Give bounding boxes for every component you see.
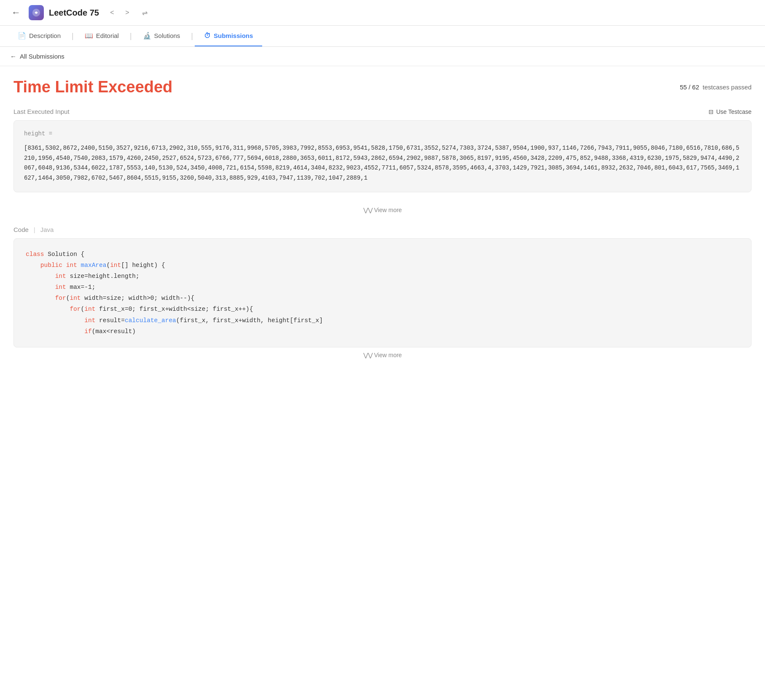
tab-sep-1: | [70, 32, 75, 40]
code-section-label: Code [13, 226, 29, 233]
code-line-1: class Solution { [26, 249, 739, 260]
input-view-more-button[interactable]: ⋁⋁ View more [13, 202, 752, 218]
app-icon [29, 5, 44, 20]
last-executed-label: Last Executed Input [13, 108, 70, 115]
code-line-8: if(max<result) [26, 326, 739, 337]
testcases-label: testcases passed [703, 83, 752, 91]
tab-editorial[interactable]: 📖 Editorial [75, 26, 128, 46]
shuffle-button[interactable]: ⇌ [139, 6, 151, 19]
tab-solutions-label: Solutions [154, 32, 180, 39]
code-display: class Solution { public int maxArea(int[… [13, 238, 752, 347]
editorial-icon: 📖 [85, 32, 93, 40]
tab-submissions[interactable]: ⏱ Submissions [195, 26, 262, 46]
input-data-content: [8361,5302,8672,2400,5150,3527,9216,6713… [24, 143, 741, 183]
use-testcase-button[interactable]: ⊟ Use Testcase [709, 108, 752, 115]
code-lang-separator: | [34, 226, 35, 233]
code-line-3: int size=height.length; [26, 271, 739, 282]
breadcrumb-label: All Submissions [20, 53, 64, 60]
prev-button[interactable]: < [106, 6, 118, 19]
input-code-box: height = [8361,5302,8672,2400,5150,3527,… [13, 120, 752, 192]
testcase-info: 55 / 62 testcases passed [680, 83, 752, 91]
code-language-label: Java [40, 226, 54, 233]
use-testcase-label: Use Testcase [716, 108, 752, 115]
testcases-passed: 55 / 62 [680, 83, 699, 91]
description-icon: 📄 [18, 32, 26, 40]
status-header: Time Limit Exceeded 55 / 62 testcases pa… [13, 78, 752, 96]
app-title: LeetCode 75 [49, 8, 99, 18]
last-executed-section-header: Last Executed Input ⊟ Use Testcase [13, 108, 752, 115]
breadcrumb-bar: ← All Submissions [0, 47, 765, 66]
solutions-icon: 🔬 [143, 32, 151, 40]
tab-bar: 📄 Description | 📖 Editorial | 🔬 Solution… [0, 26, 765, 47]
submissions-icon: ⏱ [204, 32, 211, 40]
nav-arrows: < > [106, 6, 134, 19]
top-bar: ← LeetCode 75 < > ⇌ [0, 0, 765, 26]
code-section-header: Code | Java [13, 226, 752, 233]
code-line-7: int result=calculate_area(first_x, first… [26, 315, 739, 326]
back-button[interactable]: ← [8, 5, 24, 20]
code-line-5: for(int width=size; width>0; width--){ [26, 293, 739, 304]
var-label: height = [24, 129, 741, 139]
tab-submissions-label: Submissions [214, 32, 253, 39]
code-line-4: int max=-1; [26, 282, 739, 293]
use-testcase-icon: ⊟ [709, 108, 714, 115]
tab-description[interactable]: 📄 Description [8, 26, 70, 46]
next-button[interactable]: > [121, 6, 134, 19]
tab-description-label: Description [29, 32, 61, 39]
tab-editorial-label: Editorial [96, 32, 119, 39]
tab-solutions[interactable]: 🔬 Solutions [134, 26, 190, 46]
tab-sep-3: | [189, 32, 195, 40]
main-content: Time Limit Exceeded 55 / 62 testcases pa… [0, 66, 765, 374]
code-view-more-button[interactable]: ⋁⋁ View more [13, 347, 752, 363]
app-container: ← LeetCode 75 < > ⇌ 📄 Description | 📖 Ed… [0, 0, 765, 700]
breadcrumb-back-icon: ← [10, 53, 16, 60]
code-line-6: for(int first_x=0; first_x+width<size; f… [26, 304, 739, 315]
breadcrumb-back-button[interactable]: ← All Submissions [10, 53, 64, 60]
result-title: Time Limit Exceeded [13, 78, 172, 96]
code-line-2: public int maxArea(int[] height) { [26, 260, 739, 271]
tab-sep-2: | [128, 32, 134, 40]
